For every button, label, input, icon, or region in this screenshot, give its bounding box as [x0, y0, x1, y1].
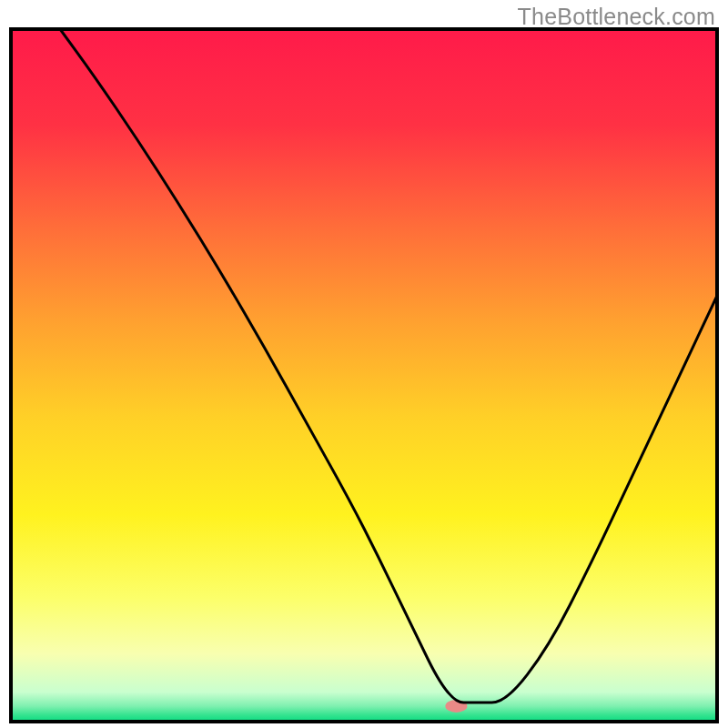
- chart-container: TheBottleneck.com: [0, 0, 728, 728]
- bottleneck-chart: [9, 27, 719, 723]
- chart-background: [9, 27, 719, 723]
- watermark-text: TheBottleneck.com: [518, 4, 715, 30]
